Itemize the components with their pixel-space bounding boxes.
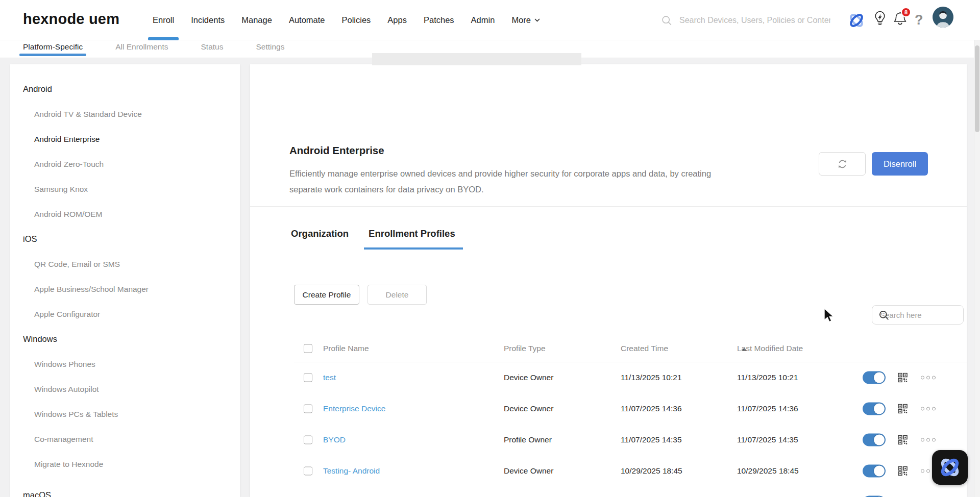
sidebar-item-co-management[interactable]: Co-management [10,427,240,452]
tab-all-enrollments[interactable]: All Enrollments [115,40,168,58]
hexnode-genie-icon[interactable] [847,12,866,31]
toggle-knob [874,404,885,414]
nav-item-automate[interactable]: Automate [287,0,327,40]
notification-badge: 8 [901,7,911,17]
column-profile-type[interactable]: Profile Type [504,344,546,353]
more-actions-icon[interactable] [921,376,936,380]
tab-status[interactable]: Status [201,40,224,58]
sidebar-item-windows-autopilot[interactable]: Windows Autopilot [10,377,240,402]
sidebar-item-windows-phones[interactable]: Windows Phones [10,352,240,377]
tab-platform-specific[interactable]: Platform-Specific [23,40,83,58]
disenroll-button[interactable]: Disenroll [872,152,928,176]
page-description: Efficiently manage enterprise owned devi… [289,166,800,197]
last-modified-cell: 11/13/2025 10:21 [737,373,798,382]
nav-item-policies[interactable]: Policies [340,0,373,40]
nav-item-label: More [511,15,531,25]
table-search [872,305,964,325]
whats-new-bulb-icon[interactable] [873,11,887,28]
tab-organization[interactable]: Organization [289,217,350,250]
nav-item-more[interactable]: More [510,0,542,40]
profile-name-link[interactable]: BYOD [323,435,346,444]
sidebar-item-android-enterprise[interactable]: Android Enterprise [10,127,240,152]
row-checkbox[interactable] [304,467,312,476]
nav-item-label: Policies [342,15,371,25]
enable-toggle[interactable] [863,434,886,446]
nav-item-patches[interactable]: Patches [422,0,456,40]
create-profile-button[interactable]: Create Profile [294,285,359,305]
loading-skeleton-bar [372,53,581,65]
sidebar-item-apple-configurator[interactable]: Apple Configurator [10,302,240,327]
enable-toggle[interactable] [863,403,886,415]
last-modified-cell: 11/07/2025 14:36 [737,404,798,413]
global-search-input[interactable] [678,15,831,26]
qr-code-icon[interactable] [898,373,908,383]
profile-type-cell: Device Owner [504,404,553,413]
column-created-time[interactable]: Created Time [621,344,668,353]
sidebar-item-android-tv-standard-device[interactable]: Android TV & Standard Device [10,102,240,127]
nav-item-enroll[interactable]: Enroll [151,0,176,40]
tab-enrollment-profiles[interactable]: Enrollment Profiles [367,217,457,250]
toggle-knob [874,435,885,445]
dot [926,407,930,411]
sidebar-item-android-rom-oem[interactable]: Android ROM/OEM [10,202,240,227]
nav-item-admin[interactable]: Admin [470,0,497,40]
nav-item-incidents[interactable]: Incidents [189,0,226,40]
nav-item-label: Enroll [153,15,174,25]
page-title: Android Enterprise [289,144,384,157]
qr-code-icon[interactable] [898,404,908,414]
sidebar-section-macos: macOS [10,483,240,497]
profile-name-link[interactable]: Enterprise Device [323,404,385,413]
nav-item-label: Patches [424,15,454,25]
page-scrollbar[interactable] [974,40,980,497]
profile-type-cell: Device Owner [504,373,553,382]
main-panel: Android Enterprise Efficiently manage en… [250,64,967,497]
profile-name-link[interactable]: test [323,373,336,382]
dot [932,376,936,380]
select-all-checkbox[interactable] [304,344,312,353]
row-checkbox[interactable] [304,405,312,413]
qr-code-icon[interactable] [898,466,908,476]
nav-item-label: Automate [289,15,325,25]
hexnode-assistant-widget[interactable] [932,450,968,485]
hexnode-logo[interactable]: hexnode uem [23,11,119,28]
dot [926,438,930,442]
profile-name-link[interactable]: Testing- Android [323,466,380,476]
main-nav: EnrollIncidentsManageAutomatePoliciesApp… [151,0,542,40]
dot [932,438,936,442]
created-time-cell: 11/07/2025 14:35 [621,435,682,444]
scrollbar-thumb[interactable] [975,45,979,132]
row-checkbox[interactable] [304,436,312,444]
table-search-input[interactable] [879,310,945,320]
column-last-modified[interactable]: Last Modified Date [737,344,747,353]
row-checkbox[interactable] [304,374,312,382]
sidebar-item-windows-pcs-tablets[interactable]: Windows PCs & Tablets [10,402,240,427]
sidebar-item-migrate-to-hexnode[interactable]: Migrate to Hexnode [10,452,240,477]
qr-code-icon[interactable] [898,435,908,445]
created-time-cell: 10/29/2025 18:45 [621,466,682,476]
content-tabs: OrganizationEnrollment Profiles [289,217,457,250]
sidebar-item-qr-code-email-or-sms[interactable]: QR Code, Email or SMS [10,252,240,277]
notifications-bell-icon[interactable]: 8 [892,11,908,28]
nav-item-label: Incidents [191,15,225,25]
enable-toggle[interactable] [863,465,886,478]
sidebar-item-apple-business-school-manager[interactable]: Apple Business/School Manager [10,277,240,302]
profile-type-cell: Profile Owner [504,435,552,444]
help-icon[interactable]: ? [915,12,923,28]
nav-item-label: Admin [471,15,495,25]
nav-item-manage[interactable]: Manage [240,0,274,40]
enable-toggle[interactable] [863,371,886,384]
sidebar-section-windows: Windows [10,327,240,352]
more-actions-icon[interactable] [921,438,936,442]
nav-item-apps[interactable]: Apps [386,0,408,40]
user-avatar[interactable] [933,7,953,30]
refresh-icon [838,159,847,169]
delete-button[interactable]: Delete [368,285,427,305]
dot [921,469,924,473]
search-icon[interactable] [879,310,889,320]
column-profile-name[interactable]: Profile Name [323,344,369,353]
sidebar-item-samsung-knox[interactable]: Samsung Knox [10,177,240,202]
refresh-button[interactable] [819,152,866,176]
more-actions-icon[interactable] [921,407,936,411]
tab-settings[interactable]: Settings [256,40,284,58]
sidebar-item-android-zero-touch[interactable]: Android Zero-Touch [10,152,240,177]
